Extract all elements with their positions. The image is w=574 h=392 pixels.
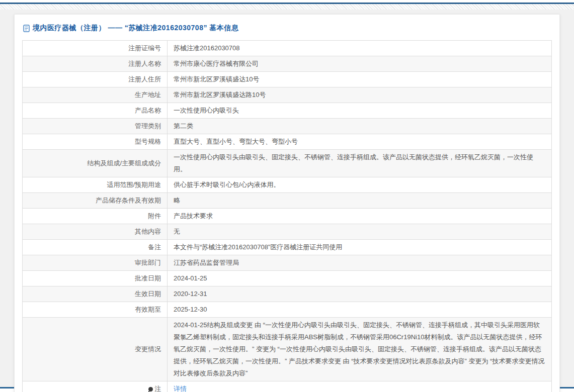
row-value: 江苏省药品监督管理局: [168, 255, 552, 271]
row-value: 直型大号、直型小号、弯型大号、弯型小号: [168, 134, 552, 150]
info-table-body: 注册证编号苏械注准20162030708注册人名称常州市康心医疗器械有限公司注册…: [23, 41, 552, 392]
details-link[interactable]: 详情: [174, 385, 187, 392]
row-value: 一次性使用心内吸引头: [168, 103, 552, 119]
row-label: 注册人住所: [23, 72, 168, 87]
row-label: 批准日期: [23, 271, 168, 286]
table-row: 注册证编号苏械注准20162030708: [23, 41, 552, 56]
row-label: 审批部门: [23, 255, 168, 271]
table-row: 有效期至2025-12-30: [23, 302, 552, 318]
table-row: 变更情况2024-01-25结构及组成变更 由 “一次性使用心内吸引头由吸引头、…: [23, 318, 552, 381]
row-label: 结构及组成/主要组成成分: [23, 150, 168, 177]
row-label: 变更情况: [23, 318, 168, 381]
table-row: 管理类别第二类: [23, 119, 552, 134]
document-icon: [23, 25, 30, 32]
row-label: 生效日期: [23, 286, 168, 302]
striped-band: [0, 4, 574, 10]
row-label: 注册人名称: [23, 56, 168, 72]
row-label: 有效期至: [23, 302, 168, 318]
table-row: 批准日期2024-01-25: [23, 271, 552, 286]
row-value: 苏械注准20162030708: [168, 41, 552, 56]
table-row: 注册人住所常州市新北区罗溪镇盛达10号: [23, 72, 552, 87]
table-row: 适用范围/预期用途供心脏手术时吸引心包/心内液体用。: [23, 177, 552, 193]
row-label: 产品名称: [23, 103, 168, 119]
page-background: 境内医疗器械（注册） —— “苏械注准20162030708” 基本信息 注册证…: [0, 10, 574, 387]
row-label: 管理类别: [23, 119, 168, 134]
row-label: 注册证编号: [23, 41, 168, 56]
row-value: 常州市新北区罗溪镇盛达路10号: [168, 87, 552, 103]
page-title-text: 境内医疗器械（注册） —— “苏械注准20162030708” 基本信息: [33, 24, 238, 33]
table-row: 其他内容无: [23, 224, 552, 240]
row-label: 生产地址: [23, 87, 168, 103]
note-icon: [148, 387, 153, 391]
row-value: 一次性使用心内吸引头由吸引头、固定接头、不锈钢管、连接手柄组成。该产品以无菌状态…: [168, 150, 552, 177]
row-label: 其他内容: [23, 224, 168, 240]
table-row: 备注本文件与“苏械注准20162030708”医疗器械注册证共同使用: [23, 240, 552, 255]
row-value: 本文件与“苏械注准20162030708”医疗器械注册证共同使用: [168, 240, 552, 255]
row-value: 详情: [168, 381, 552, 392]
row-label: 产品储存条件及有效期: [23, 193, 168, 209]
row-value: 2020-12-31: [168, 286, 552, 302]
row-value: 2024-01-25结构及组成变更 由 “一次性使用心内吸引头由吸引头、固定接头…: [168, 318, 552, 381]
info-table: 注册证编号苏械注准20162030708注册人名称常州市康心医疗器械有限公司注册…: [22, 40, 552, 392]
row-value: 产品技术要求: [168, 209, 552, 224]
row-value: 无: [168, 224, 552, 240]
page-title: 境内医疗器械（注册） —— “苏械注准20162030708” 基本信息: [23, 24, 552, 33]
row-value: 2025-12-30: [168, 302, 552, 318]
table-row: 注详情: [23, 381, 552, 392]
table-row: 生产地址常州市新北区罗溪镇盛达路10号: [23, 87, 552, 103]
row-value: 常州市康心医疗器械有限公司: [168, 56, 552, 72]
row-value: 略: [168, 193, 552, 209]
table-row: 附件产品技术要求: [23, 209, 552, 224]
table-row: 结构及组成/主要组成成分一次性使用心内吸引头由吸引头、固定接头、不锈钢管、连接手…: [23, 150, 552, 177]
row-value: 2024-01-25: [168, 271, 552, 286]
table-row: 生效日期2020-12-31: [23, 286, 552, 302]
table-row: 审批部门江苏省药品监督管理局: [23, 255, 552, 271]
row-value: 供心脏手术时吸引心包/心内液体用。: [168, 177, 552, 193]
info-card: 境内医疗器械（注册） —— “苏械注准20162030708” 基本信息 注册证…: [14, 14, 560, 392]
row-value: 常州市新北区罗溪镇盛达10号: [168, 72, 552, 87]
row-label: 型号规格: [23, 134, 168, 150]
table-row: 产品储存条件及有效期略: [23, 193, 552, 209]
row-label: 附件: [23, 209, 168, 224]
table-row: 产品名称一次性使用心内吸引头: [23, 103, 552, 119]
row-value: 第二类: [168, 119, 552, 134]
row-label: 注: [23, 381, 168, 392]
table-row: 注册人名称常州市康心医疗器械有限公司: [23, 56, 552, 72]
row-label: 备注: [23, 240, 168, 255]
row-label: 适用范围/预期用途: [23, 177, 168, 193]
table-row: 型号规格直型大号、直型小号、弯型大号、弯型小号: [23, 134, 552, 150]
